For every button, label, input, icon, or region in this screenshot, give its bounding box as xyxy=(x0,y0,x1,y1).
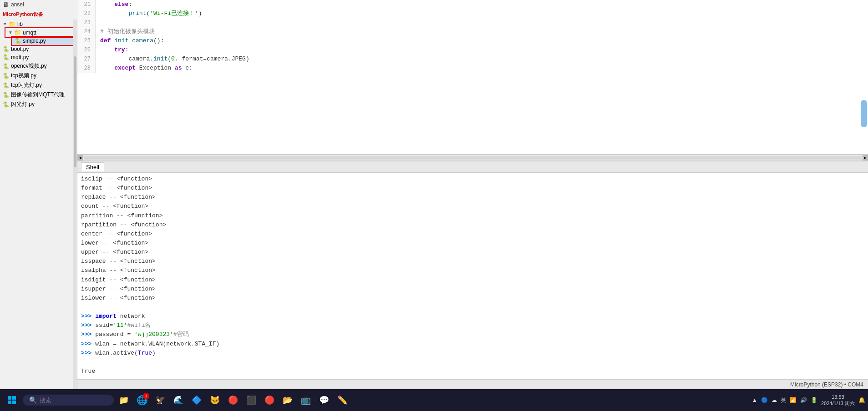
shell-line-upper: upper -- <function> xyxy=(81,248,864,257)
taskbar-wechat-icon[interactable]: 💬 xyxy=(316,392,332,408)
tree-item-umqtt[interactable]: ▼ 📁 umqtt xyxy=(5,28,73,37)
tree-label-tcpvideo: tcp视频.py xyxy=(11,72,36,80)
tree-label-mqttrelay: 图像传输到MQTT代理 xyxy=(11,91,65,99)
pyfile-icon-mqttrelay: 🐍 xyxy=(3,92,10,98)
file-tree: ▼ 📁 lib ▼ 📁 umqtt 🐍 simple.py 🐍 xyxy=(0,20,73,389)
shell-line-isspace: isspace -- <function> xyxy=(81,257,864,266)
clock[interactable]: 13:53 2024/1/13 周六 xyxy=(821,394,855,407)
taskbar-ie-icon[interactable]: 🔷 xyxy=(188,392,205,408)
tree-label-flashlight: 闪光灯.py xyxy=(11,100,35,108)
taskbar-app6-icon[interactable]: ✏️ xyxy=(334,392,350,408)
tray-cloud: ☁ xyxy=(772,397,777,403)
sidebar-scrollbar-thumb xyxy=(74,56,76,167)
shell-content[interactable]: isclip -- <function> format -- <function… xyxy=(77,173,868,379)
taskbar-app4-icon[interactable]: 🔴 xyxy=(261,392,278,408)
search-input[interactable] xyxy=(40,397,94,404)
tree-item-opencv[interactable]: 🐍 opencv视频.py xyxy=(0,61,73,71)
line-number-23: 23 xyxy=(77,18,96,27)
shell-line-format: format -- <function> xyxy=(81,184,864,193)
tree-item-simple[interactable]: 🐍 simple.py xyxy=(12,37,73,45)
tree-label-simple: simple.py xyxy=(23,38,46,44)
shell-line-rpartition: rpartition -- <function> xyxy=(81,221,864,230)
folder-icon-umqtt: 📁 xyxy=(14,29,21,36)
tray-notification[interactable]: 🔔 xyxy=(858,397,865,403)
tree-item-lib[interactable]: ▼ 📁 lib xyxy=(0,20,73,28)
svg-rect-1 xyxy=(12,396,16,400)
shell-line-islower: islower -- <function> xyxy=(81,294,864,303)
line-number-21: 21 xyxy=(77,0,96,9)
code-line-21: 21 else: xyxy=(77,0,868,9)
taskbar-terminal-icon[interactable]: ⬛ xyxy=(243,392,259,408)
shell-line-isupper: isupper -- <function> xyxy=(81,285,864,294)
tree-item-tcpvideo[interactable]: 🐍 tcp视频.py xyxy=(0,71,73,80)
tree-item-flashlight[interactable]: 🐍 闪光灯.py xyxy=(0,100,73,109)
shell-line-count: count -- <function> xyxy=(81,202,864,211)
status-text: MicroPython (ESP32) • COM4 xyxy=(790,381,863,388)
tree-label-lib: lib xyxy=(17,21,23,27)
scroll-right-btn[interactable]: ► xyxy=(863,155,868,160)
shell-functions: isclip -- <function> format -- <function… xyxy=(81,175,864,303)
shell-line-isdigit: isdigit -- <function> xyxy=(81,276,864,285)
shell-tab[interactable]: Shell xyxy=(81,162,104,171)
code-line-27: 27 camera.init(0, format=camera.JPEG) xyxy=(77,55,868,64)
taskbar-search-box[interactable]: 🔍 xyxy=(23,395,114,406)
tree-label-umqtt: umqtt xyxy=(23,30,36,36)
tree-item-mqttrelay[interactable]: 🐍 图像传输到MQTT代理 xyxy=(0,90,73,100)
username: ansel xyxy=(11,1,24,8)
folder-icon-lib: 📁 xyxy=(9,20,16,27)
tree-label-boot: boot.py xyxy=(11,46,29,52)
shell-cmd-import-network: >>> import network xyxy=(81,312,864,321)
line-number-22: 22 xyxy=(77,9,96,18)
tree-item-boot[interactable]: 🐍 boot.py xyxy=(0,45,73,53)
code-line-26: 26 try: xyxy=(77,45,868,55)
taskbar-app5-icon[interactable]: 📺 xyxy=(298,392,314,408)
line-content-27: camera.init(0, format=camera.JPEG) xyxy=(96,55,249,64)
tree-item-tcpflash[interactable]: 🐍 tcp闪光灯.py xyxy=(0,80,73,90)
taskbar-app1-icon[interactable]: 🦅 xyxy=(152,392,168,408)
line-content-21: else: xyxy=(96,0,132,9)
tray-arrow[interactable]: ▲ xyxy=(752,397,757,403)
device-title: MicroPython设备 xyxy=(0,9,77,20)
line-content-28: except Exception as e: xyxy=(96,64,193,73)
svg-rect-0 xyxy=(8,396,11,400)
horizontal-scrollbar[interactable]: ◄ ► xyxy=(77,155,868,161)
line-content-26: try: xyxy=(96,45,128,55)
line-number-27: 27 xyxy=(77,55,96,64)
code-line-28: 28 except Exception as e: xyxy=(77,64,868,73)
shell-cmd-active: >>> wlan.active(True) xyxy=(81,349,864,358)
pyfile-icon-tcpflash: 🐍 xyxy=(3,82,10,89)
shell-output-true: True xyxy=(81,367,864,376)
tree-label-opencv: opencv视频.py xyxy=(11,62,47,70)
user-label: 🖥 ansel xyxy=(0,0,77,9)
taskbar-filemanager-icon[interactable]: 📁 xyxy=(116,392,132,408)
code-line-24: 24 # 初始化摄像头模块 xyxy=(77,27,868,36)
taskbar-app2-icon[interactable]: 🐱 xyxy=(207,392,223,408)
code-editor[interactable]: 21 else: 22 print('Wi-Fi已连接！') 23 24 # 初… xyxy=(77,0,868,155)
scroll-left-btn[interactable]: ◄ xyxy=(77,155,83,160)
taskbar-chrome-icon[interactable]: 🌐 1 xyxy=(134,392,150,408)
taskbar-edge-icon[interactable]: 🌊 xyxy=(170,392,187,408)
line-number-28: 28 xyxy=(77,64,96,73)
pyfile-icon-simple: 🐍 xyxy=(15,38,21,44)
tree-item-mqtt[interactable]: 🐍 mqtt.py xyxy=(0,53,73,61)
tray-lang[interactable]: 英 xyxy=(781,396,786,404)
shell-line-replace: replace -- <function> xyxy=(81,193,864,202)
right-scrollbar-indicator[interactable] xyxy=(861,100,867,127)
taskbar-app3-icon[interactable]: 🔴 xyxy=(225,392,241,408)
tray-battery: 🔋 xyxy=(811,397,817,403)
shell-panel: Shell isclip -- <function> format -- <fu… xyxy=(77,161,868,379)
shell-cmd-ssid: >>> ssid='11'#wifi名 xyxy=(81,321,864,330)
clock-time: 13:53 xyxy=(832,394,844,400)
status-bar: MicroPython (ESP32) • COM4 xyxy=(77,379,868,389)
shell-cmd-password: >>> password = 'wjj200323'#密码 xyxy=(81,330,864,339)
scrollbar-track[interactable] xyxy=(84,156,862,160)
shell-line-center: center -- <function> xyxy=(81,230,864,239)
taskbar: 🔍 📁 🌐 1 🦅 🌊 🔷 🐱 🔴 ⬛ 🔴 📂 📺 💬 ✏️ ▲ 🔵 ☁ 英 📶… xyxy=(0,389,868,411)
line-number-25: 25 xyxy=(77,36,96,45)
tree-label-tcpflash: tcp闪光灯.py xyxy=(11,81,42,89)
pyfile-icon-mqtt: 🐍 xyxy=(3,54,10,60)
sidebar-scrollbar[interactable] xyxy=(73,20,77,389)
pyfile-icon-opencv: 🐍 xyxy=(3,63,10,70)
start-button[interactable] xyxy=(3,391,21,409)
taskbar-files-icon[interactable]: 📂 xyxy=(279,392,296,408)
